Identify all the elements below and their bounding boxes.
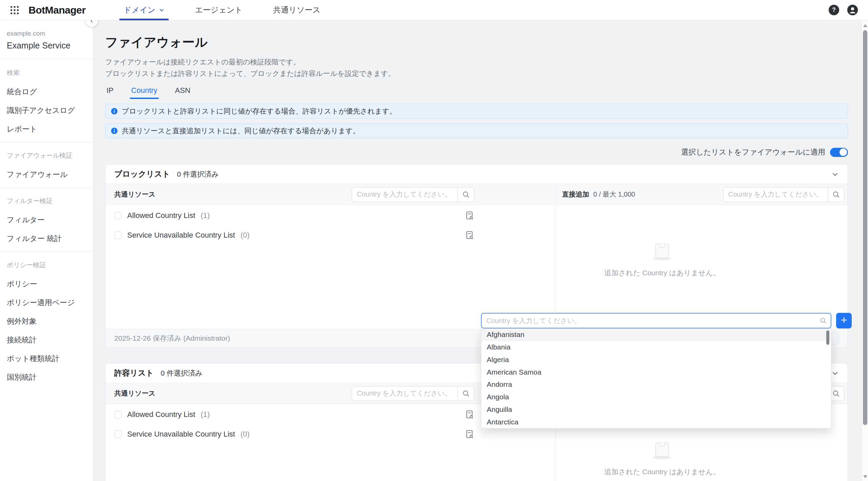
app-grid-icon[interactable] — [10, 6, 19, 15]
sidebar-item-firewall[interactable]: ファイアウォール — [7, 171, 93, 179]
scrollbar-thumb[interactable] — [863, 30, 867, 425]
shared-resource-header: 共通リソース — [105, 184, 556, 205]
collapse-chevron-icon[interactable] — [831, 369, 839, 377]
dropdown-option[interactable]: Afghanistan — [481, 328, 831, 341]
apply-firewall-toggle[interactable] — [830, 148, 848, 157]
list-preview-icon[interactable] — [466, 430, 474, 439]
sidebar-section-filter: フィルター検証 — [7, 197, 93, 205]
firewall-tabs: IP Country ASN — [105, 81, 848, 99]
empty-tray-icon — [651, 240, 673, 261]
toggle-knob — [840, 148, 847, 156]
tab-ip[interactable]: IP — [105, 81, 115, 99]
add-country-button[interactable]: + — [836, 313, 852, 328]
nav-item-agent[interactable]: エージェント — [191, 0, 247, 20]
shared-resource-search-input[interactable] — [352, 386, 458, 401]
search-icon — [820, 317, 827, 324]
empty-message: 追加された Country はありません。 — [556, 467, 768, 477]
account-icon[interactable] — [847, 5, 858, 15]
search-icon — [832, 191, 840, 198]
notice-priority: ブロックリストと許容リストに同じ値が存在する場合、許容リストが優先されます。 — [105, 104, 848, 119]
search-button[interactable] — [828, 187, 844, 202]
dropdown-option[interactable]: Algeria — [481, 354, 831, 366]
country-dropdown: Afghanistan Albania Algeria American Sam… — [481, 328, 831, 428]
sidebar-section-policy: ポリシー検証 — [7, 261, 93, 269]
sidebar-item-connection-stats[interactable]: 接続統計 — [7, 336, 93, 344]
nav-item-shared-resources[interactable]: 共通リソース — [269, 0, 325, 20]
sidebar-domain: example.com — [7, 30, 93, 37]
blocklist-card: ブロックリスト 0 件選択済み 共通リソース — [105, 164, 848, 348]
empty-message: 追加された Country はありません。 — [556, 268, 768, 278]
direct-add-body: 追加された Country はありません。 — [556, 205, 848, 313]
dropdown-option[interactable]: American Samoa — [481, 366, 831, 378]
divider — [0, 252, 93, 252]
apply-toggle-label: 選択したリストをファイアウォールに適用 — [681, 147, 825, 157]
sidebar-item-exceptions[interactable]: 例外対象 — [7, 317, 93, 325]
sidebar-item-policy[interactable]: ポリシー — [7, 280, 93, 288]
caret-down-icon — [159, 7, 165, 13]
sidebar-item-filter[interactable]: フィルター — [7, 216, 93, 224]
divider — [0, 187, 93, 188]
search-icon — [462, 191, 470, 198]
shared-resource-search — [352, 187, 474, 202]
direct-add-search-input[interactable] — [724, 187, 828, 202]
selected-count: 0 件選択済み — [161, 368, 202, 378]
sidebar-item-filter-stats[interactable]: フィルター 統計 — [7, 235, 93, 243]
direct-add-count: 0 / 最大 1,000 — [593, 190, 635, 199]
country-add-input[interactable] — [481, 313, 831, 328]
sidebar-item-report[interactable]: レポート — [7, 125, 93, 133]
shared-resource-label: 共通リソース — [114, 190, 155, 199]
app-logo[interactable]: BotManager — [28, 4, 85, 16]
info-icon — [111, 108, 118, 115]
apply-toggle-row: 選択したリストをファイアウォールに適用 — [105, 147, 848, 157]
page-scrollbar[interactable] — [862, 21, 868, 481]
list-item[interactable]: Service Unavailable Country List (0) — [114, 225, 474, 245]
page-description: ファイアウォールは接続リクエストの最初の検証段階です。 ブロックリストまたは許容… — [105, 56, 848, 79]
selected-count: 0 件選択済み — [177, 169, 219, 179]
sidebar-item-policy-page[interactable]: ポリシー適用ページ — [7, 299, 93, 307]
dropdown-option[interactable]: Antarctica — [481, 416, 831, 428]
list-item[interactable]: Allowed Country List (1) — [114, 405, 474, 424]
list-item[interactable]: Service Unavailable Country List (0) — [114, 424, 474, 444]
search-icon — [462, 390, 470, 397]
help-icon[interactable]: ? — [829, 5, 839, 15]
sidebar-item-integrated-log[interactable]: 統合ログ — [7, 88, 93, 96]
dropdown-option[interactable]: Anguilla — [481, 403, 831, 416]
checkbox[interactable] — [114, 212, 122, 219]
tab-asn[interactable]: ASN — [174, 81, 192, 99]
scroll-down-arrow-icon[interactable] — [863, 475, 867, 478]
list-preview-icon[interactable] — [466, 410, 474, 419]
add-zone: + Afghanistan Albania Algeria American S… — [105, 313, 848, 329]
direct-add-header: 直接追加 0 / 最大 1,000 — [556, 184, 848, 205]
shared-resource-search-input[interactable] — [352, 187, 458, 202]
nav-item-domain[interactable]: ドメイン — [119, 0, 168, 20]
save-status: 2025-12-26 保存済み (Administrator) — [114, 334, 230, 343]
sidebar-item-bot-type-stats[interactable]: ボット種類統計 — [7, 355, 93, 363]
main-content: ファイアウォール ファイアウォールは接続リクエストの最初の検証段階です。 ブロッ… — [93, 20, 862, 481]
checkbox[interactable] — [114, 430, 122, 438]
list-preview-icon[interactable] — [466, 231, 474, 240]
scroll-up-arrow-icon[interactable] — [863, 24, 867, 27]
search-button[interactable] — [458, 386, 474, 401]
dropdown-option[interactable]: Andorra — [481, 378, 831, 391]
main-nav: ドメイン エージェント 共通リソース — [119, 0, 347, 20]
sidebar: example.com Example Service 検索 統合ログ 識別子ア… — [0, 20, 93, 481]
tab-country[interactable]: Country — [130, 81, 159, 99]
list-item[interactable]: Allowed Country List (1) — [114, 206, 474, 225]
collapse-chevron-icon[interactable] — [831, 171, 839, 178]
sidebar-item-identifier-access-log[interactable]: 識別子アクセスログ — [7, 106, 93, 115]
checkbox[interactable] — [114, 411, 122, 418]
sidebar-service-name[interactable]: Example Service — [7, 41, 93, 51]
checkbox[interactable] — [114, 232, 122, 239]
list-preview-icon[interactable] — [466, 211, 474, 220]
empty-state: 追加された Country はありません。 — [556, 205, 768, 278]
dropdown-scrollbar-thumb[interactable] — [826, 330, 829, 345]
blocklist-card-header: ブロックリスト 0 件選択済み — [105, 164, 848, 184]
sidebar-section-firewall: ファイアウォール検証 — [7, 151, 93, 160]
dropdown-option[interactable]: Albania — [481, 341, 831, 354]
shared-resource-label: 共通リソース — [114, 389, 155, 398]
dropdown-option[interactable]: Angola — [481, 391, 831, 403]
search-button[interactable] — [458, 187, 474, 202]
sidebar-item-country-stats[interactable]: 国別統計 — [7, 373, 93, 381]
notice-duplicates: 共通リソースと直接追加リストには、同じ値が存在する場合があります。 — [105, 123, 848, 138]
direct-add-label: 直接追加 — [562, 190, 589, 199]
